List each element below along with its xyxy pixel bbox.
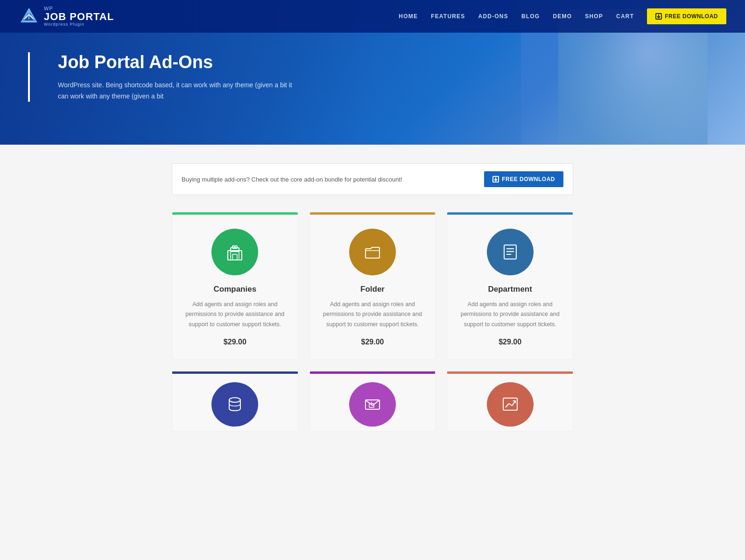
notice-free-download-label: FREE DOWNLOAD [502, 176, 555, 182]
card-top-bar-database [172, 371, 298, 374]
hero-title: Job Portal Ad-Ons [58, 52, 301, 72]
folder-title: Folder [360, 285, 385, 294]
card-department[interactable]: Department Add agents and assign roles a… [447, 212, 573, 360]
cards-grid: Companies Add agents and assign roles an… [172, 212, 573, 360]
building-icon [224, 241, 246, 263]
folder-icon [362, 241, 383, 263]
card-database[interactable] [172, 371, 298, 432]
companies-title: Companies [214, 285, 257, 294]
nav-demo[interactable]: DEMO [553, 13, 572, 20]
svg-point-19 [229, 398, 240, 402]
nav-features[interactable]: FEATURES [431, 13, 465, 20]
card-mail[interactable] [309, 371, 436, 432]
card-companies[interactable]: Companies Add agents and assign roles an… [172, 212, 298, 360]
nav-shop[interactable]: SHOP [585, 13, 603, 20]
document-icon [499, 241, 521, 263]
cards-row2 [172, 371, 573, 432]
mail-icon [362, 393, 383, 415]
mail-icon-circle [349, 382, 396, 427]
analytics-icon [499, 393, 521, 415]
svg-rect-11 [232, 254, 237, 260]
header-free-download-button[interactable]: FREE DOWNLOAD [647, 8, 726, 24]
card-top-bar-analytics [447, 371, 573, 374]
card-top-bar-mail [310, 371, 436, 374]
hero-description: WordPress site. Being shortcode based, i… [58, 80, 301, 102]
main-content: Buying multiple add-ons? Check out the c… [162, 145, 583, 460]
main-nav: HOME FEATURES ADD-ONS BLOG DEMO SHOP CAR… [399, 8, 726, 24]
analytics-icon-circle [487, 382, 534, 427]
logo-title-text: JOB PORTAL [44, 11, 114, 22]
nav-addons[interactable]: ADD-ONS [478, 13, 508, 20]
card-top-bar-folder [310, 212, 436, 215]
companies-icon-circle [211, 229, 258, 275]
nav-home[interactable]: HOME [399, 13, 418, 20]
folder-desc: Add agents and assign roles and permissi… [310, 300, 436, 329]
download-icon [655, 13, 662, 20]
database-icon [224, 393, 246, 415]
card-folder[interactable]: Folder Add agents and assign roles and p… [309, 212, 436, 360]
hero-content: Job Portal Ad-Ons WordPress site. Being … [28, 52, 329, 102]
department-price: $29.00 [499, 338, 521, 346]
notice-free-download-button[interactable]: FREE DOWNLOAD [484, 171, 563, 187]
header-free-download-label: FREE DOWNLOAD [665, 13, 718, 20]
card-top-bar-companies [172, 212, 298, 215]
nav-blog[interactable]: BLOG [521, 13, 540, 20]
nav-cart[interactable]: CART [616, 13, 634, 20]
logo-icon [19, 6, 39, 27]
folder-price: $29.00 [361, 338, 384, 346]
folder-icon-circle [349, 229, 396, 275]
notice-download-icon [492, 176, 499, 182]
department-title: Department [488, 285, 532, 294]
companies-price: $29.00 [224, 338, 246, 346]
logo-subtitle-text: Wordpress Plugin [44, 22, 114, 27]
logo-area[interactable]: WP JOB PORTAL Wordpress Plugin [19, 6, 114, 27]
notice-text: Buying multiple add-ons? Check out the c… [182, 176, 402, 183]
card-top-bar-department [447, 212, 573, 215]
header: WP JOB PORTAL Wordpress Plugin HOME FEAT… [0, 0, 745, 33]
database-icon-circle [211, 382, 258, 427]
card-analytics[interactable] [447, 371, 573, 432]
department-desc: Add agents and assign roles and permissi… [447, 300, 573, 329]
companies-desc: Add agents and assign roles and permissi… [172, 300, 298, 329]
department-icon-circle [487, 229, 534, 275]
notice-bar: Buying multiple add-ons? Check out the c… [172, 163, 573, 195]
